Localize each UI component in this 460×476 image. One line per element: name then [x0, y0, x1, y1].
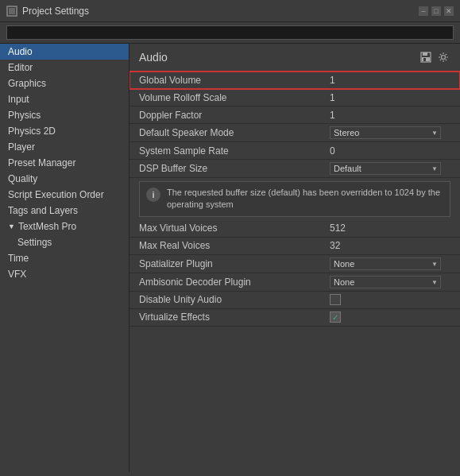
setting-row-volumerolloff: Volume Rolloff Scale 1 — [129, 89, 460, 106]
sidebar-group-textmeshpro[interactable]: ▼ TextMesh Pro — [0, 219, 129, 234]
sidebar-item-editor[interactable]: Editor — [0, 60, 129, 75]
sidebar-item-settings[interactable]: Settings — [0, 234, 129, 250]
sidebar-group-label: TextMesh Pro — [18, 221, 76, 232]
info-box: i The requested buffer size (default) ha… — [139, 181, 450, 217]
sidebar-item-physics2d[interactable]: Physics 2D — [0, 123, 129, 139]
save-icon-button[interactable] — [419, 50, 433, 64]
sidebar-item-audio[interactable]: Audio — [0, 44, 129, 60]
svg-point-6 — [442, 56, 446, 60]
setting-row-maxvirtualvoices: Max Virtual Voices 512 — [129, 220, 460, 238]
minimize-button[interactable]: – — [419, 6, 428, 16]
svg-rect-1 — [9, 8, 15, 14]
checkbox-disableunityaudio[interactable] — [330, 294, 341, 305]
settings-table-2: Max Virtual Voices 512 Max Real Voices 3… — [129, 220, 460, 327]
setting-value-globalvolume: 1 — [330, 75, 450, 86]
sidebar-item-time[interactable]: Time — [0, 250, 129, 266]
settings-table-1: Global Volume 1 Volume Rolloff Scale 1 D… — [129, 72, 460, 178]
setting-label-spatializerplugin: Spatializer Plugin — [139, 258, 330, 269]
header-icons — [419, 50, 450, 64]
setting-row-maxrealvoices: Max Real Voices 32 — [129, 238, 460, 255]
sidebar-item-presetmanager[interactable]: Preset Manager — [0, 155, 129, 171]
setting-row-virtualizeeffects: Virtualize Effects — [129, 309, 460, 327]
setting-row-spatializerplugin: Spatializer Plugin None — [129, 255, 460, 273]
content-header: Audio — [129, 44, 460, 72]
setting-label-disableunityaudio: Disable Unity Audio — [139, 294, 330, 305]
setting-row-dspbuffer: DSP Buffer Size Default Best Latency Goo… — [129, 160, 460, 178]
setting-row-globalvolume: Global Volume 1 — [129, 72, 460, 89]
setting-row-defaultspeaker: Default Speaker Mode Stereo Mono Quad Su… — [129, 124, 460, 142]
svg-rect-3 — [423, 52, 427, 56]
setting-row-systemsamplerate: System Sample Rate 0 — [129, 142, 460, 160]
search-bar — [0, 22, 460, 44]
select-wrapper-ambisonic: None — [330, 276, 441, 288]
info-text: The requested buffer size (default) has … — [167, 187, 443, 211]
window-title: Project Settings — [22, 6, 89, 17]
setting-label-maxvirtualvoices: Max Virtual Voices — [139, 223, 330, 234]
svg-rect-5 — [423, 58, 426, 61]
select-wrapper-spatializer: None — [330, 257, 441, 270]
setting-label-systemsamplerate: System Sample Rate — [139, 145, 330, 157]
sidebar-item-input[interactable]: Input — [0, 91, 129, 107]
select-wrapper-dsp: Default Best Latency Good Latency Best P… — [330, 162, 441, 175]
sidebar-item-quality[interactable]: Quality — [0, 171, 129, 187]
main-layout: Audio Editor Graphics Input Physics Phys… — [0, 44, 460, 472]
setting-label-ambisonicplugin: Ambisonic Decoder Plugin — [139, 277, 330, 288]
setting-value-spatializerplugin: None — [330, 257, 450, 270]
setting-value-dopplerfactor: 1 — [330, 110, 450, 121]
setting-value-dspbuffer: Default Best Latency Good Latency Best P… — [330, 162, 450, 175]
setting-value-defaultspeaker: Stereo Mono Quad Surround Mode5point1 Mo… — [330, 126, 450, 139]
maximize-button[interactable]: □ — [431, 6, 441, 16]
setting-label-dspbuffer: DSP Buffer Size — [139, 163, 330, 174]
setting-value-ambisonicplugin: None — [330, 276, 450, 288]
setting-label-virtualizeeffects: Virtualize Effects — [139, 312, 330, 323]
setting-value-maxvirtualvoices: 512 — [330, 223, 450, 234]
sidebar-item-tagsandlayers[interactable]: Tags and Layers — [0, 203, 129, 219]
setting-label-dopplerfactor: Doppler Factor — [139, 110, 330, 121]
setting-value-systemsamplerate: 0 — [330, 145, 450, 157]
sidebar-item-vfx[interactable]: VFX — [0, 266, 129, 282]
sidebar-item-graphics[interactable]: Graphics — [0, 75, 129, 91]
select-spatializer[interactable]: None — [330, 257, 441, 270]
setting-row-ambisonicplugin: Ambisonic Decoder Plugin None — [129, 273, 460, 292]
sidebar-item-scriptexecution[interactable]: Script Execution Order — [0, 187, 129, 203]
sidebar-item-player[interactable]: Player — [0, 139, 129, 155]
expand-icon: ▼ — [8, 223, 15, 230]
content-area: Audio — [129, 44, 460, 472]
setting-value-volumerolloff: 1 — [330, 92, 450, 103]
info-icon: i — [146, 188, 160, 202]
close-button[interactable]: ✕ — [444, 6, 454, 16]
setting-row-disableunityaudio: Disable Unity Audio — [129, 292, 460, 309]
title-bar: Project Settings – □ ✕ — [0, 0, 460, 22]
setting-label-maxrealvoices: Max Real Voices — [139, 240, 330, 251]
setting-label-defaultspeaker: Default Speaker Mode — [139, 127, 330, 138]
setting-row-dopplerfactor: Doppler Factor 1 — [129, 106, 460, 124]
gear-icon-button[interactable] — [436, 50, 450, 64]
sidebar-item-physics[interactable]: Physics — [0, 107, 129, 123]
select-speaker-mode[interactable]: Stereo Mono Quad Surround Mode5point1 Mo… — [330, 126, 441, 139]
setting-value-maxrealvoices: 32 — [330, 240, 450, 251]
select-dsp-buffer[interactable]: Default Best Latency Good Latency Best P… — [330, 162, 441, 175]
setting-label-globalvolume: Global Volume — [139, 75, 330, 86]
select-ambisonic[interactable]: None — [330, 276, 441, 288]
checkbox-virtualizeeffects[interactable] — [330, 312, 341, 323]
sidebar: Audio Editor Graphics Input Physics Phys… — [0, 44, 129, 472]
select-wrapper-speaker: Stereo Mono Quad Surround Mode5point1 Mo… — [330, 126, 441, 139]
search-input[interactable] — [6, 25, 454, 40]
setting-value-virtualizeeffects — [330, 312, 450, 323]
app-icon — [6, 6, 17, 17]
setting-value-disableunityaudio — [330, 294, 450, 305]
window-controls: – □ ✕ — [419, 6, 454, 16]
content-title: Audio — [139, 51, 168, 64]
setting-label-volumerolloff: Volume Rolloff Scale — [139, 92, 330, 103]
